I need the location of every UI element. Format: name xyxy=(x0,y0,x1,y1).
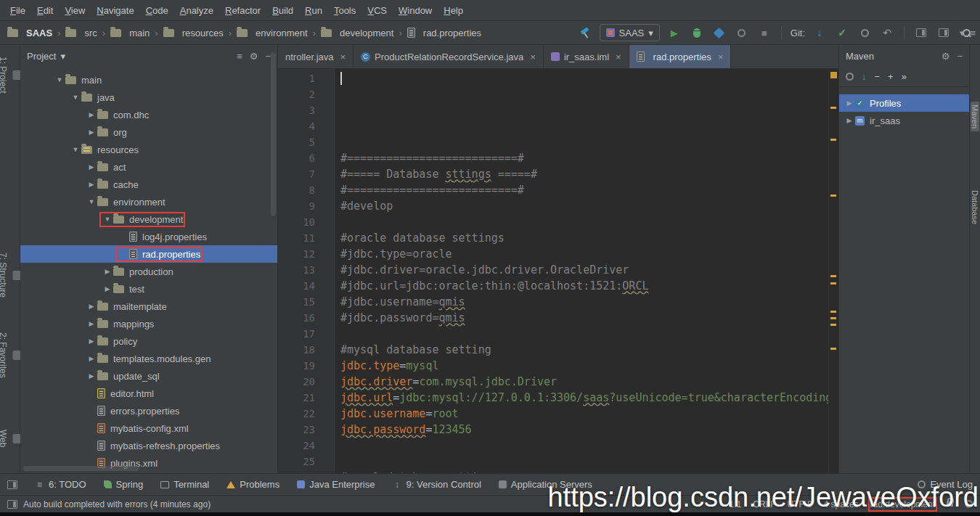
toolwindow-switcher-icon[interactable] xyxy=(7,480,17,489)
tree-collapsed-arrow[interactable]: ▶ xyxy=(102,285,113,292)
menu-navigate[interactable]: Navigate xyxy=(91,1,139,20)
update-project-icon[interactable]: ↓ xyxy=(812,25,828,41)
tree-item-mybatis-refresh-properties[interactable]: mybatis-refresh.properties xyxy=(20,437,277,454)
tree-item-mybatis-config-xml[interactable]: mybatis-config.xml xyxy=(20,419,277,437)
tab-list-icon[interactable]: ≡ xyxy=(970,28,976,38)
tool-button-terminal[interactable]: Terminal xyxy=(160,479,209,490)
maven-item-profiles[interactable]: ▶✓Profiles xyxy=(839,94,969,112)
gear-icon[interactable]: ⚙ xyxy=(942,51,950,62)
tool-tab-2-favorites[interactable]: 2: Favorites xyxy=(0,332,22,378)
tool-tab-7-structure[interactable]: 7: Structure xyxy=(0,253,22,298)
tree-item-update-sql[interactable]: ▶update_sql xyxy=(20,367,277,385)
close-tab-icon[interactable]: × xyxy=(718,52,724,62)
tool-button-java-enterprise[interactable]: Java Enterprise xyxy=(297,479,375,490)
coverage-icon[interactable] xyxy=(714,27,725,38)
menu-run[interactable]: Run xyxy=(299,1,328,20)
menu-tools[interactable]: Tools xyxy=(328,1,362,20)
tool-button-6-todo[interactable]: ≡6: TODO xyxy=(35,479,86,490)
close-tab-icon[interactable]: × xyxy=(530,52,536,62)
tree-collapsed-arrow[interactable]: ▶ xyxy=(86,372,97,380)
menu-view[interactable]: View xyxy=(59,1,91,20)
tree-item-org[interactable]: ▶org xyxy=(20,123,277,141)
stop-icon[interactable]: ■ xyxy=(756,25,772,41)
tree-item-mailtemplate[interactable]: ▶mailtemplate xyxy=(20,298,277,315)
tree-item-main[interactable]: ▼main xyxy=(20,71,277,89)
reimport-icon[interactable] xyxy=(846,73,854,81)
tree-item-production[interactable]: ▶production xyxy=(20,263,277,280)
tree-collapsed-arrow[interactable]: ▶ xyxy=(844,99,855,107)
tree-item-rad-properties[interactable]: rad.properties xyxy=(20,245,277,263)
tree-collapsed-arrow[interactable]: ▶ xyxy=(86,181,97,188)
tool-tab-1-project[interactable]: 1: Project xyxy=(0,57,22,94)
tree-item-errors-properties[interactable]: errors.properties xyxy=(20,402,277,419)
breadcrumb-item-rad-properties[interactable]: rad.properties xyxy=(406,26,483,40)
status-toolwindow-icon[interactable] xyxy=(7,500,17,509)
debug-icon[interactable] xyxy=(693,28,701,38)
tree-item-java[interactable]: ▼java xyxy=(20,89,277,106)
breadcrumb-item-src[interactable]: src xyxy=(64,26,98,40)
tool-tab-web[interactable]: Web xyxy=(0,430,22,447)
error-stripe-mark[interactable] xyxy=(830,72,837,78)
error-stripe-mark[interactable] xyxy=(830,348,836,350)
tree-item-cache[interactable]: ▶cache xyxy=(20,176,277,193)
tree-expanded-arrow[interactable]: ▼ xyxy=(102,216,113,223)
menu-edit[interactable]: Edit xyxy=(31,1,59,20)
breadcrumb-item-resources[interactable]: resources xyxy=(162,26,225,40)
menu-code[interactable]: Code xyxy=(140,1,174,20)
restore-layout-icon[interactable] xyxy=(939,28,949,37)
breadcrumb-item-main[interactable]: main xyxy=(109,26,151,40)
profiler-icon[interactable] xyxy=(738,29,746,37)
chevron-down-icon[interactable]: ▾ xyxy=(960,28,965,38)
error-stripe[interactable] xyxy=(828,69,838,473)
tree-expanded-arrow[interactable]: ▼ xyxy=(70,94,81,101)
tree-item-development[interactable]: ▼development xyxy=(20,210,277,228)
error-stripe-mark[interactable] xyxy=(830,317,836,319)
error-stripe-mark[interactable] xyxy=(830,194,836,197)
tree-item-com-dhc[interactable]: ▶com.dhc xyxy=(20,106,277,123)
view-options-icon[interactable]: ≡ xyxy=(237,51,242,62)
breadcrumb-item-saas[interactable]: SAAS xyxy=(6,26,54,40)
error-stripe-mark[interactable] xyxy=(830,107,836,109)
vertical-scrollbar[interactable] xyxy=(271,52,276,216)
breadcrumb-item-environment[interactable]: environment xyxy=(235,26,309,40)
error-stripe-mark[interactable] xyxy=(830,139,836,141)
tree-item-resources[interactable]: ▼resources xyxy=(20,141,277,158)
horizontal-scrollbar[interactable] xyxy=(23,466,139,471)
close-tab-icon[interactable]: × xyxy=(616,52,621,62)
status-message[interactable]: Auto build completed with errors (4 minu… xyxy=(23,499,211,509)
hide-panel-icon[interactable]: − xyxy=(957,51,963,62)
tree-collapsed-arrow[interactable]: ▶ xyxy=(86,163,97,171)
tree-collapsed-arrow[interactable]: ▶ xyxy=(86,128,97,136)
commit-icon[interactable]: ✓ xyxy=(834,25,850,41)
menu-analyze[interactable]: Analyze xyxy=(174,1,219,20)
tree-collapsed-arrow[interactable]: ▶ xyxy=(844,117,855,124)
menu-window[interactable]: Window xyxy=(393,1,438,20)
run-configuration-select[interactable]: SAAS ▾ xyxy=(600,24,660,41)
tool-tab-maven[interactable]: Maven xyxy=(971,102,979,131)
menu-help[interactable]: Help xyxy=(438,1,469,20)
editor-tab-rad-properties[interactable]: rad.properties× xyxy=(629,45,732,68)
editor-tab-ir-saas-iml[interactable]: ir_saas.iml× xyxy=(544,45,629,68)
tree-item-act[interactable]: ▶act xyxy=(20,158,277,176)
tree-item-log4j-properties[interactable]: log4j.properties xyxy=(20,228,277,245)
editor-code[interactable]: #==========================##===== Datab… xyxy=(335,69,838,473)
tree-collapsed-arrow[interactable]: ▶ xyxy=(86,355,97,362)
menu-file[interactable]: File xyxy=(4,1,31,20)
tree-item-environment[interactable]: ▼environment xyxy=(20,193,277,210)
close-tab-icon[interactable]: × xyxy=(340,52,346,62)
tree-item-templates-modules-gen[interactable]: ▶templates.modules.gen xyxy=(20,350,277,367)
tool-button-spring[interactable]: Spring xyxy=(104,479,144,490)
error-stripe-mark[interactable] xyxy=(830,282,836,284)
toolwindow-layout-icon[interactable] xyxy=(916,28,926,37)
tree-expanded-arrow[interactable]: ▼ xyxy=(70,146,81,153)
build-hammer-icon[interactable] xyxy=(579,26,592,39)
tree-collapsed-arrow[interactable]: ▶ xyxy=(86,303,97,310)
menu-build[interactable]: Build xyxy=(266,1,299,20)
tree-collapsed-arrow[interactable]: ▶ xyxy=(86,320,97,327)
tree-item-mappings[interactable]: ▶mappings xyxy=(20,315,277,332)
hide-panel-icon[interactable]: − xyxy=(265,51,271,62)
tree-collapsed-arrow[interactable]: ▶ xyxy=(86,337,97,345)
menu-refactor[interactable]: Refactor xyxy=(219,1,266,20)
tool-button-9-version-control[interactable]: ↕9: Version Control xyxy=(393,479,481,490)
tree-collapsed-arrow[interactable]: ▶ xyxy=(102,268,113,275)
